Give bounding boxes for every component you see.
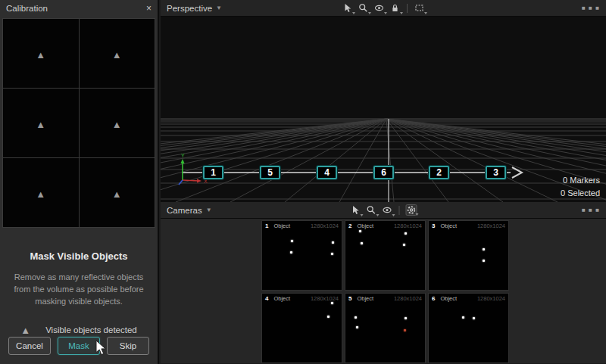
lock-icon[interactable]	[389, 2, 401, 14]
camera-preview-cell[interactable]: ▲	[80, 89, 155, 157]
camera-cell-2[interactable]: 2Object1280x1024	[345, 220, 426, 291]
camera-resolution: 1280x1024	[394, 222, 422, 229]
svg-text:Y: Y	[181, 153, 185, 158]
calibration-panel-title: Calibration	[6, 4, 48, 13]
camera-mode-label: Object	[357, 295, 373, 302]
cameras-body: 1Object1280x10242Object1280x10243Object1…	[161, 219, 606, 363]
camera-resolution: 1280x1024	[311, 222, 339, 229]
viewport-status: 0 Markers 0 Selected	[561, 174, 600, 200]
calibration-panel-header: Calibration ×	[0, 0, 158, 17]
camera-preview-cell[interactable]: ▲	[80, 158, 155, 227]
marker-dot	[356, 326, 358, 328]
svg-text:X: X	[204, 179, 208, 184]
close-icon[interactable]: ×	[146, 4, 152, 13]
camera-cell-header: 5Object1280x1024	[345, 294, 425, 302]
cameras-title[interactable]: Cameras	[167, 206, 202, 215]
chevron-down-icon[interactable]: ▼	[216, 5, 222, 11]
camera-grid: 1Object1280x10242Object1280x10243Object1…	[261, 220, 509, 363]
visible-objects-warning: ▲ Visible objects detected	[0, 325, 158, 336]
overflow-menu-icon[interactable]: ■ ■ ■	[582, 5, 600, 11]
perspective-header: Perspective ▼ ■ ■ ■	[161, 0, 606, 17]
warning-triangle-icon: ▲	[36, 49, 45, 61]
perspective-toolbar	[342, 2, 425, 14]
camera-mode-label: Object	[440, 222, 457, 229]
marker-dot	[473, 317, 475, 319]
marquee-icon[interactable]	[414, 2, 425, 14]
marker-box-5[interactable]: 5	[260, 166, 280, 179]
cameras-header: Cameras ▼ ■ ■ ■	[161, 202, 606, 219]
camera-id: 6	[432, 295, 435, 302]
warning-triangle-icon: ▲	[112, 119, 122, 130]
marker-box-3[interactable]: 3	[486, 166, 506, 179]
marker-dot	[355, 316, 357, 319]
mask-section-title: Mask Visible Objects	[0, 250, 158, 262]
cameras-panel: Cameras ▼ ■ ■ ■ 1Object1280x10242Object1…	[161, 202, 606, 363]
marker-dot	[359, 230, 361, 232]
marker-dot	[404, 329, 406, 331]
marker-dot	[331, 302, 333, 304]
settings-gear-icon[interactable]	[406, 204, 417, 216]
mask-button[interactable]: Mask	[58, 337, 100, 355]
zoom-icon[interactable]	[366, 204, 377, 216]
overflow-menu-icon[interactable]: ■ ■ ■	[582, 207, 600, 213]
camera-id: 5	[348, 295, 351, 302]
marker-dot	[290, 251, 292, 254]
camera-cell-5[interactable]: 5Object1280x1024	[345, 293, 426, 363]
eye-icon[interactable]	[373, 2, 385, 14]
zoom-icon[interactable]	[358, 2, 369, 14]
camera-resolution: 1280x1024	[477, 295, 505, 302]
camera-resolution: 1280x1024	[394, 295, 422, 302]
perspective-viewport[interactable]: YX 0 Markers 0 Selected 154623	[161, 17, 606, 202]
camera-mode-label: Object	[273, 295, 290, 302]
camera-id: 3	[432, 222, 435, 229]
select-cursor-icon[interactable]	[342, 2, 353, 14]
marker-box-2[interactable]: 2	[429, 166, 449, 179]
skip-button[interactable]: Skip	[107, 337, 149, 355]
marker-dot	[403, 244, 405, 246]
marker-box-1[interactable]: 1	[203, 166, 223, 179]
camera-preview-cell[interactable]: ▲	[3, 19, 79, 88]
camera-cell-3[interactable]: 3Object1280x1024	[428, 220, 509, 291]
marker-box-4[interactable]: 4	[317, 166, 337, 179]
camera-mode-label: Object	[273, 222, 290, 229]
camera-id: 1	[265, 222, 268, 229]
marker-box-6[interactable]: 6	[373, 166, 394, 179]
eye-icon[interactable]	[382, 204, 393, 216]
marker-dot	[405, 232, 407, 235]
marker-dot	[332, 241, 334, 244]
perspective-title[interactable]: Perspective	[167, 4, 212, 13]
camera-resolution: 1280x1024	[477, 222, 505, 229]
marker-count: 0 Markers	[561, 174, 600, 187]
mask-visible-objects-section: Mask Visible Objects Remove as many refl…	[0, 228, 158, 336]
toolbar-separator	[399, 206, 400, 215]
camera-cell-6[interactable]: 6Object1280x1024	[428, 293, 509, 363]
camera-preview-grid: ▲▲▲▲▲▲	[2, 18, 155, 228]
camera-id: 4	[265, 295, 268, 302]
warning-text: Visible objects detected	[45, 325, 137, 334]
calibration-button-row: Cancel Mask Skip	[8, 337, 149, 355]
chevron-down-icon[interactable]: ▼	[206, 207, 212, 213]
camera-id: 2	[348, 222, 351, 229]
warning-triangle-icon: ▲	[36, 119, 45, 130]
camera-cell-header: 6Object1280x1024	[429, 294, 508, 302]
marker-dot	[462, 316, 464, 319]
application-window: Calibration × ▲▲▲▲▲▲ Mask Visible Object…	[0, 0, 606, 364]
marker-dot	[291, 240, 293, 242]
marker-dot	[405, 317, 407, 319]
warning-triangle-icon: ▲	[36, 188, 45, 200]
camera-mode-label: Object	[440, 295, 457, 302]
camera-preview-cell[interactable]: ▲	[3, 158, 79, 227]
camera-cell-header: 1Object1280x1024	[262, 221, 342, 229]
mask-section-description: Remove as many reflective objects from t…	[10, 272, 148, 308]
warning-triangle-icon: ▲	[20, 325, 30, 336]
camera-resolution: 1280x1024	[311, 295, 339, 302]
cameras-toolbar	[350, 204, 417, 216]
camera-preview-cell[interactable]: ▲	[3, 89, 79, 157]
cancel-button[interactable]: Cancel	[8, 337, 51, 355]
camera-preview-cell[interactable]: ▲	[80, 19, 155, 88]
camera-cell-1[interactable]: 1Object1280x1024	[261, 220, 342, 291]
camera-cell-header: 2Object1280x1024	[345, 221, 425, 229]
marker-dot	[327, 316, 330, 318]
select-cursor-icon[interactable]	[350, 204, 361, 216]
camera-cell-4[interactable]: 4Object1280x1024	[261, 293, 342, 363]
